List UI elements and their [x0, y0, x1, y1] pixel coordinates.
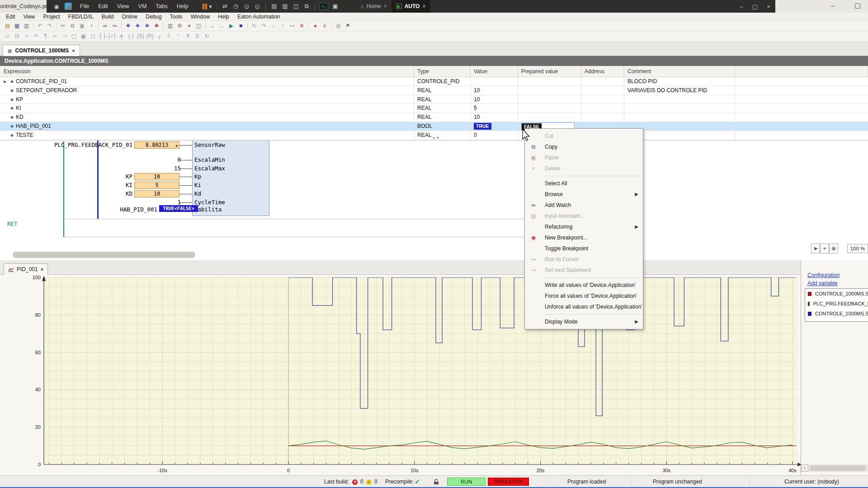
- input-operand-label[interactable]: 0: [0, 156, 181, 163]
- print-icon[interactable]: ▥: [22, 22, 31, 30]
- chart-scroll-left-icon[interactable]: ‹: [801, 465, 808, 472]
- menu-item-toggle-breakpoint[interactable]: Toggle Breakpoint: [525, 243, 643, 254]
- snapshot-manager-icon[interactable]: ◵: [252, 3, 263, 10]
- tab-close-icon[interactable]: ×: [72, 48, 75, 53]
- edge-detection-icon[interactable]: ↟: [183, 32, 193, 41]
- undo-icon[interactable]: ↶: [35, 22, 45, 30]
- start-icon[interactable]: ▶: [226, 22, 236, 30]
- insert-input-icon[interactable]: ⊣: [60, 32, 69, 41]
- value-cell[interactable]: 10: [470, 86, 518, 95]
- fbd-editor[interactable]: PLC_PRG.FEEDBACK_PID_018.80213▶015KP10KI…: [0, 140, 868, 260]
- menu-item-copy[interactable]: Copy⧉: [525, 141, 643, 152]
- add-variable-link[interactable]: Add variable: [807, 280, 838, 286]
- splitter-handle[interactable]: ▲▼: [432, 136, 440, 139]
- prepared-value-cell[interactable]: [518, 113, 581, 122]
- input-operand-label[interactable]: KI: [0, 182, 132, 188]
- menu-tools[interactable]: Tools: [166, 14, 187, 20]
- build-dropdown-icon[interactable]: ▾: [184, 22, 194, 30]
- prepared-value-cell[interactable]: [518, 86, 581, 95]
- insert-network-below-icon[interactable]: ⊟: [12, 32, 22, 41]
- table-row[interactable]: ◆KIREAL5: [0, 104, 868, 113]
- insert-box-en-icon[interactable]: ▣: [79, 32, 88, 41]
- menu-item-add-watch[interactable]: Add Watch∞: [525, 200, 643, 211]
- prepared-value-cell[interactable]: [518, 104, 581, 113]
- input-operand-label[interactable]: 1: [0, 199, 181, 206]
- trace-chart[interactable]: -10s010s20s30s40s020406080100: [0, 275, 801, 475]
- tab-controle-1000ms[interactable]: ▦ CONTROLE_1000MS ×: [3, 45, 80, 56]
- menu-item-new-breakpoint[interactable]: New Breakpoint...◉: [525, 232, 643, 243]
- chart-hscrollbar[interactable]: [809, 465, 868, 472]
- fullscreen-icon[interactable]: ▣: [330, 3, 340, 10]
- input-operand-label[interactable]: KD: [0, 190, 132, 197]
- vm-close-icon[interactable]: ×: [762, 3, 775, 10]
- menu-item-select-all[interactable]: Select All: [525, 178, 643, 189]
- run-to-cursor-icon[interactable]: ↦: [288, 22, 297, 30]
- open-project-icon[interactable]: ▤: [3, 22, 12, 30]
- console-view-icon[interactable]: ◫: [290, 3, 301, 10]
- expand-icon[interactable]: ▶: [4, 77, 8, 86]
- menu-item-force-all-values-of-device-application[interactable]: Force all values of 'Device.Application': [525, 291, 643, 301]
- find-icon[interactable]: ∞: [100, 22, 110, 30]
- library-manager-icon[interactable]: ▥: [165, 22, 175, 30]
- column-header-value[interactable]: Value: [470, 66, 518, 77]
- vm-power-dropdown-icon[interactable]: ▾: [207, 3, 213, 10]
- value-cell[interactable]: 0: [470, 131, 518, 140]
- watch-table-header[interactable]: ExpressionTypeValuePrepared valueAddress…: [0, 66, 868, 77]
- logout-icon[interactable]: ←: [217, 22, 226, 30]
- table-row[interactable]: ◆SETPOINT_OPERADORREAL10VARIAVEIS DO CON…: [0, 86, 868, 95]
- compile-icon[interactable]: ⚙: [175, 22, 184, 30]
- menu-eaton-automation[interactable]: Eaton Automation: [233, 14, 284, 20]
- insert-set-coil-icon[interactable]: (S): [136, 32, 145, 41]
- configuration-link[interactable]: Configuration: [807, 272, 840, 278]
- vm-pause-button[interactable]: [203, 4, 207, 9]
- vm-tab-auto[interactable]: ▶AUTO×: [392, 0, 430, 13]
- insert-negated-contact-icon[interactable]: ┤/├: [107, 32, 117, 41]
- online-value-box[interactable]: 10: [134, 190, 179, 197]
- input-operand-label[interactable]: HAB_PID_001: [0, 206, 157, 213]
- vm-tab-close-icon[interactable]: ×: [384, 3, 387, 9]
- trace-tab-close-icon[interactable]: ×: [41, 267, 43, 272]
- breakpoint-icon[interactable]: ●: [311, 22, 320, 30]
- bookmark-previous-icon[interactable]: ❖: [142, 22, 152, 30]
- table-row[interactable]: ◆HAB_PID_001BOOLTRUEFALSE: [0, 122, 868, 131]
- toggle-comment-icon[interactable]: “: [174, 32, 183, 41]
- table-row[interactable]: ◆KPREAL10: [0, 95, 868, 104]
- step-out-icon[interactable]: ↑: [278, 22, 288, 30]
- return-network-label[interactable]: RET: [7, 221, 18, 227]
- menu-build[interactable]: Build: [98, 14, 118, 20]
- copy-icon[interactable]: ⧉: [68, 22, 77, 30]
- save-icon[interactable]: ▦: [12, 22, 22, 30]
- bookmark-clear-icon[interactable]: ❖: [152, 22, 161, 30]
- value-cell[interactable]: 10: [470, 95, 518, 104]
- vm-menu-tabs[interactable]: Tabs: [151, 3, 172, 9]
- insert-network-icon[interactable]: ▭: [3, 32, 12, 41]
- column-header-address[interactable]: Address: [581, 66, 624, 77]
- insert-branch-icon[interactable]: ┬: [155, 32, 164, 41]
- single-cycle-icon[interactable]: ↻: [250, 22, 259, 30]
- tab-pid-001[interactable]: PID_001 ×: [4, 263, 48, 275]
- prepared-value-cell[interactable]: [518, 95, 581, 104]
- select-cursor-icon[interactable]: ➤: [811, 244, 820, 253]
- paste-icon[interactable]: ▣: [77, 22, 87, 30]
- insert-branch-above-icon[interactable]: ┴: [164, 32, 174, 41]
- menu-online[interactable]: Online: [118, 14, 142, 20]
- bookmark-next-icon[interactable]: ❖: [133, 22, 142, 30]
- insert-parallel-contact-icon[interactable]: ╪: [117, 32, 126, 41]
- vm-tab-close-icon[interactable]: ×: [422, 3, 425, 9]
- menu-edit[interactable]: Edit: [2, 14, 19, 20]
- editor-zoom-level[interactable]: 100 %: [847, 244, 868, 253]
- insert-jump-icon[interactable]: ↷: [31, 32, 41, 41]
- menu-item-write-all-values-of-device-application[interactable]: Write all values of 'Device.Application': [525, 280, 643, 291]
- prepared-value-cell[interactable]: [518, 77, 581, 86]
- online-value-box[interactable]: 10: [134, 173, 179, 180]
- step-over-icon[interactable]: ↷: [259, 22, 269, 30]
- grab-input-icon[interactable]: ⇄: [219, 3, 230, 10]
- vm-menu-vm[interactable]: VM: [134, 3, 151, 9]
- host-minimize-icon[interactable]: –: [831, 1, 835, 9]
- legend-item[interactable]: PLC_PRG.FEEDBACK_PI: [805, 299, 868, 309]
- menu-project[interactable]: Project: [39, 14, 64, 20]
- cut-icon[interactable]: ✂: [58, 22, 68, 30]
- vm-menu-help[interactable]: Help: [172, 3, 193, 9]
- menu-item-display-mode[interactable]: Display Mode▶: [525, 316, 643, 327]
- bookmark-toggle-icon[interactable]: ❖: [123, 22, 133, 30]
